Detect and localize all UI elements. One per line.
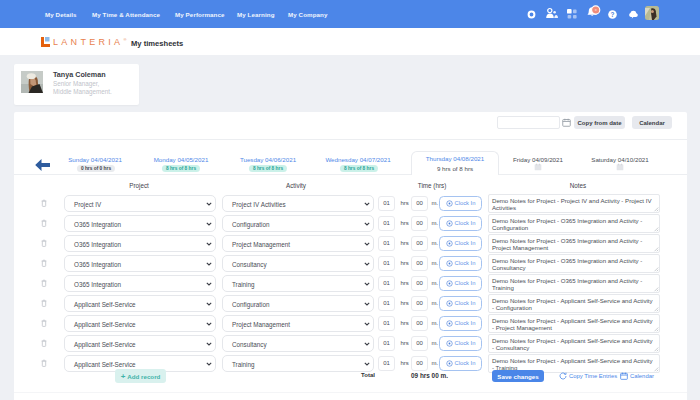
svg-text:?: ? xyxy=(610,10,614,17)
